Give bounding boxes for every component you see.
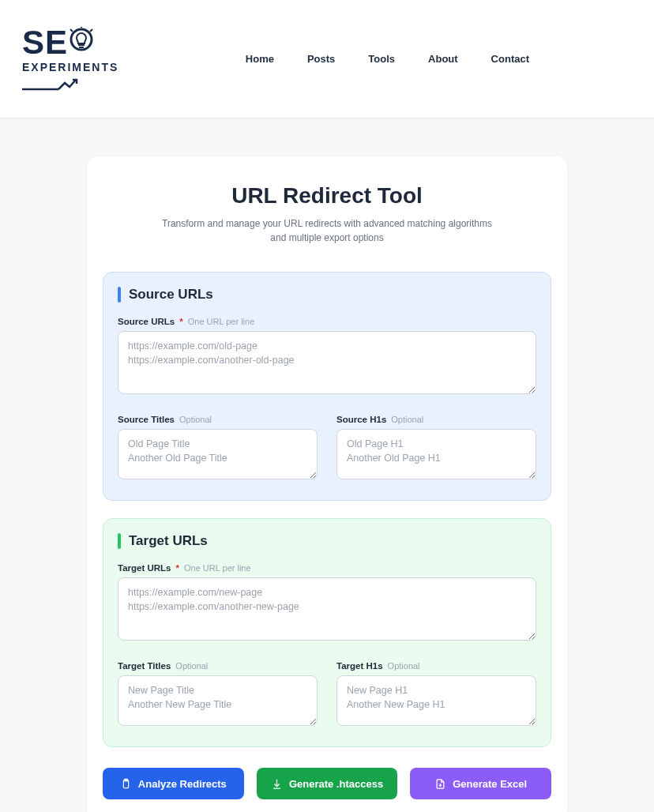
site-logo[interactable]: SE EXPERIMENTS (22, 26, 118, 92)
nav-contact[interactable]: Contact (491, 53, 529, 65)
source-titles-label: Source Titles Optional (118, 415, 318, 424)
page-title: URL Redirect Tool (103, 183, 551, 209)
target-titles-label: Target Titles Optional (118, 661, 318, 671)
accent-bar (118, 533, 121, 549)
source-panel-title: Source URLs (118, 287, 536, 303)
download-icon (271, 778, 283, 790)
page-subtitle: Transform and manage your URL redirects … (161, 216, 493, 245)
target-h1s-label: Target H1s Optional (336, 661, 536, 671)
source-titles-input[interactable] (118, 429, 318, 479)
source-heading: Source URLs (129, 287, 213, 303)
site-header: SE EXPERIMENTS Home Posts Tools About Co… (0, 0, 654, 118)
target-panel-title: Target URLs (118, 533, 536, 549)
target-panel: Target URLs Target URLs * One URL per li… (103, 518, 551, 747)
tool-card: URL Redirect Tool Transform and manage y… (87, 156, 567, 812)
nav-posts[interactable]: Posts (307, 53, 335, 65)
nav-tools[interactable]: Tools (368, 53, 395, 65)
target-titles-input[interactable] (118, 675, 318, 726)
action-buttons: Analyze Redirects Generate .htaccess Gen… (103, 768, 551, 799)
source-urls-input[interactable] (118, 331, 536, 394)
clipboard-icon (120, 778, 132, 790)
nav-about[interactable]: About (428, 53, 458, 65)
nav-home[interactable]: Home (246, 53, 274, 65)
required-mark: * (179, 317, 182, 326)
target-urls-label: Target URLs * One URL per line (118, 563, 536, 573)
generate-excel-button[interactable]: Generate Excel (410, 768, 551, 799)
main-content: URL Redirect Tool Transform and manage y… (0, 118, 654, 812)
logo-word-se: SE (22, 26, 68, 59)
svg-line-4 (90, 29, 92, 32)
target-urls-input[interactable] (118, 577, 536, 641)
main-nav: Home Posts Tools About Contact (246, 53, 632, 65)
logo-word-experiments: EXPERIMENTS (22, 61, 118, 73)
source-urls-label: Source URLs * One URL per line (118, 317, 536, 326)
generate-htaccess-button[interactable]: Generate .htaccess (257, 768, 398, 799)
lightbulb-o-icon (68, 27, 95, 58)
source-panel: Source URLs Source URLs * One URL per li… (103, 272, 551, 501)
svg-line-3 (70, 29, 73, 32)
required-mark: * (176, 563, 179, 573)
accent-bar (118, 287, 121, 303)
source-h1s-input[interactable] (336, 429, 536, 479)
analyze-redirects-button[interactable]: Analyze Redirects (103, 768, 244, 799)
chart-line-icon (22, 78, 79, 92)
source-h1s-label: Source H1s Optional (336, 415, 536, 424)
target-heading: Target URLs (129, 533, 208, 549)
target-h1s-input[interactable] (336, 675, 536, 726)
file-download-icon (434, 778, 446, 790)
